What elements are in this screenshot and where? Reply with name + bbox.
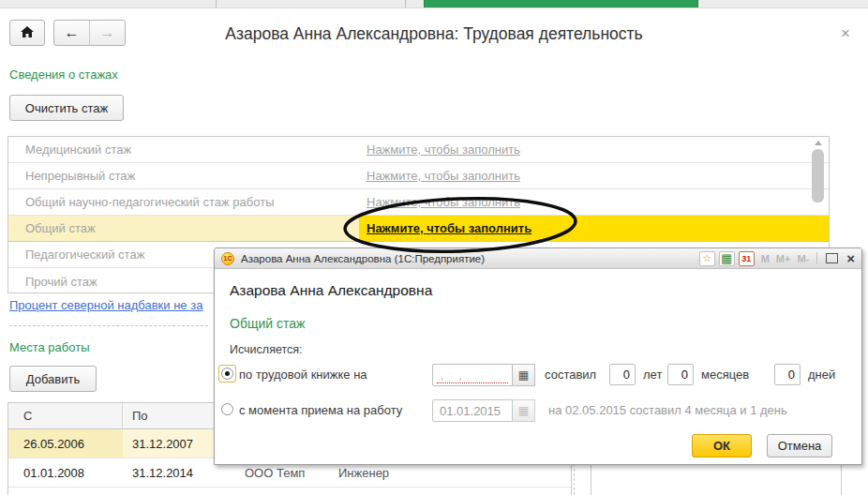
column-header-from[interactable]: С xyxy=(8,403,123,428)
date-picker-button-disabled: ▦ xyxy=(513,399,535,422)
radio-focus-ring xyxy=(218,365,236,382)
favorites-star-icon[interactable]: ☆ xyxy=(699,251,715,266)
days-label: дней xyxy=(808,368,835,382)
workbook-radio-label[interactable]: по трудовой книжке на xyxy=(239,368,367,382)
years-input[interactable] xyxy=(609,364,636,385)
titlebar-divider xyxy=(816,252,817,264)
table-row[interactable]: Непрерывный стаж Нажмите, чтобы заполнит… xyxy=(8,163,829,189)
cancel-button[interactable]: Отмена xyxy=(767,434,832,458)
table-row-selected[interactable]: Общий стаж Нажмите, чтобы заполнить xyxy=(8,216,829,242)
years-label: лет xyxy=(643,368,662,382)
dialog-titlebar[interactable]: 1С Азарова Анна Александровна (1С:Предпр… xyxy=(215,248,861,269)
workbook-date-input[interactable]: . . xyxy=(432,364,513,386)
hire-date-value: 01.01.2015 xyxy=(440,404,501,418)
hire-radio-label[interactable]: с момента приема на работу xyxy=(239,403,402,417)
memory-m-button[interactable]: M xyxy=(761,253,770,264)
tab-strip xyxy=(0,0,868,8)
required-field-underline xyxy=(437,382,508,383)
active-tab-indicator[interactable] xyxy=(424,0,698,8)
dialog-title: Азарова Анна Александровна (1С:Предприят… xyxy=(241,253,485,264)
add-workplace-button[interactable]: Добавить xyxy=(9,366,97,392)
seniority-section-label: Сведения о стажах xyxy=(9,68,118,82)
table-row[interactable]: Медицинский стаж Нажмите, чтобы заполнит… xyxy=(8,137,829,163)
result-label: составил xyxy=(545,368,596,382)
hire-date-input[interactable]: 01.01.2015 xyxy=(432,399,513,422)
scroll-up-icon[interactable] xyxy=(815,141,822,145)
calc-method-label: Исчисляется: xyxy=(230,343,303,356)
maximize-icon[interactable] xyxy=(826,253,838,263)
calendar-icon[interactable]: 31 xyxy=(739,251,755,266)
days-input[interactable] xyxy=(774,364,801,385)
dialog-person-name: Азарова Анна Александровна xyxy=(230,282,432,299)
date-mask: . . xyxy=(441,368,468,382)
months-input[interactable] xyxy=(667,364,694,385)
page-title: Азарова Анна Александровна: Трудовая дея… xyxy=(0,24,868,44)
option-workbook-row: по трудовой книжке на . . ▦ составил лет… xyxy=(215,363,863,387)
hire-result-note: на 02.05.2015 составил 4 месяца и 1 день xyxy=(548,403,787,417)
calculator-icon[interactable]: ▦ xyxy=(719,251,735,266)
option-hire-row: с момента приема на работу 01.01.2015 ▦ … xyxy=(215,398,863,423)
fill-seniority-link[interactable]: Нажмите, чтобы заполнить xyxy=(367,195,520,209)
calendar-grid-icon: ▦ xyxy=(518,404,529,417)
ok-button[interactable]: ОК xyxy=(692,434,752,458)
months-label: месяцев xyxy=(701,368,749,382)
north-allowance-link[interactable]: Процент северной надбавки не за xyxy=(9,298,202,312)
fill-seniority-link[interactable]: Нажмите, чтобы заполнить xyxy=(367,142,520,157)
tab-divider xyxy=(216,0,217,8)
calendar-grid-icon: ▦ xyxy=(518,368,529,382)
1c-logo-icon: 1С xyxy=(221,252,234,265)
workplaces-section-label: Места работы xyxy=(9,340,90,354)
tab-divider xyxy=(405,0,406,8)
hire-radio[interactable] xyxy=(221,403,233,415)
fill-seniority-link[interactable]: Нажмите, чтобы заполнить xyxy=(367,169,520,183)
workbook-radio[interactable] xyxy=(221,368,233,380)
form-close-icon[interactable]: × xyxy=(841,24,850,43)
table-row[interactable]: Общий научно-педагогический стаж работы … xyxy=(8,189,829,216)
date-picker-button[interactable]: ▦ xyxy=(513,364,535,386)
scrollbar-thumb[interactable] xyxy=(812,149,824,202)
seniority-dialog: 1С Азарова Анна Александровна (1С:Предпр… xyxy=(214,248,862,465)
dialog-section-title: Общий стаж xyxy=(230,316,305,331)
memory-mplus-button[interactable]: M+ xyxy=(776,253,791,264)
memory-mminus-button[interactable]: M- xyxy=(797,253,809,264)
app-window: ← → Азарова Анна Александровна: Трудовая… xyxy=(0,0,868,495)
clear-seniority-button[interactable]: Очистить стаж xyxy=(9,95,124,121)
separator xyxy=(9,325,208,326)
fill-seniority-link[interactable]: Нажмите, чтобы заполнить xyxy=(367,221,531,235)
dialog-close-icon[interactable]: × xyxy=(846,251,855,265)
